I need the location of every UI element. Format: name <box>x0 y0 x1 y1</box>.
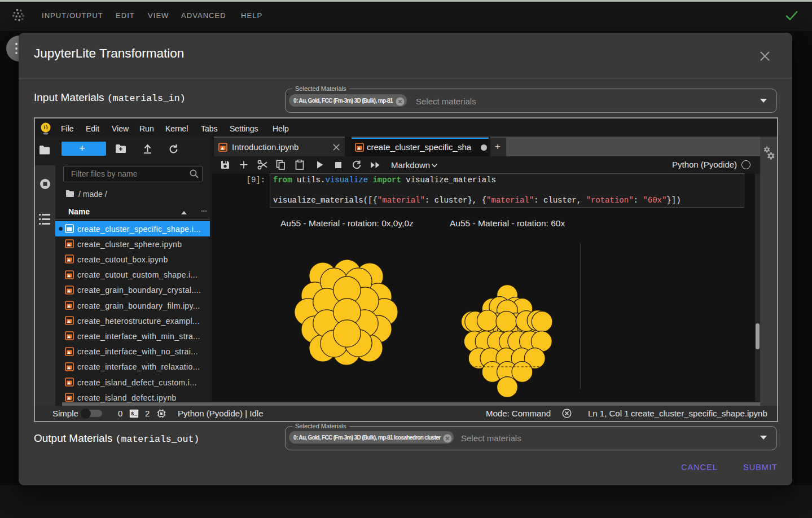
svg-text:$_: $_ <box>131 411 137 417</box>
